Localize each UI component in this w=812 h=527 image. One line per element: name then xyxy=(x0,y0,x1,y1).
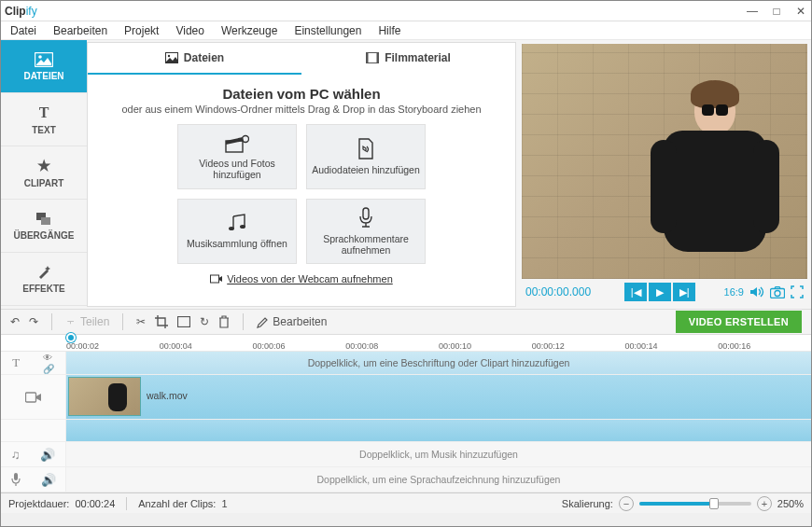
crop-button[interactable] xyxy=(155,315,168,328)
voice-hint: Doppelklick, um eine Sprachaufzeichnung … xyxy=(66,467,811,492)
music-icon xyxy=(226,214,248,234)
add-audio-button[interactable]: Audiodateien hinzufügen xyxy=(306,124,426,189)
menu-video[interactable]: Video xyxy=(175,24,203,37)
text-track-icon: T xyxy=(12,355,20,370)
media-title: Dateien vom PC wählen xyxy=(222,86,380,102)
delete-button[interactable] xyxy=(218,315,230,328)
sidebar-dateien[interactable]: DATEIEN xyxy=(1,40,87,93)
mic-track-icon xyxy=(10,472,21,487)
mute-icon[interactable]: 🔊 xyxy=(40,448,55,462)
video-track[interactable]: walk.mov xyxy=(1,375,811,420)
svg-rect-3 xyxy=(41,217,50,225)
fullscreen-icon[interactable] xyxy=(791,285,804,298)
record-voice-button[interactable]: Sprachkommentare aufnehmen xyxy=(306,199,426,264)
menu-datei[interactable]: Datei xyxy=(10,24,36,37)
timeline-ruler[interactable]: 00:00:0200:00:0400:00:0600:00:0800:00:10… xyxy=(1,335,811,352)
window-controls: — □ ✕ xyxy=(746,5,807,18)
record-webcam-link[interactable]: Videos von der Webcam aufnehmen xyxy=(210,273,393,284)
prev-frame-button[interactable]: |◀ xyxy=(624,283,647,301)
edit-button[interactable]: Bearbeiten xyxy=(257,315,327,328)
app-logo: Clipify xyxy=(5,5,37,18)
clip-name: walk.mov xyxy=(147,390,188,401)
preview-video[interactable] xyxy=(522,44,807,279)
add-videos-photos-button[interactable]: Videos und Fotos hinzufügen xyxy=(177,124,297,189)
wand-icon xyxy=(36,265,51,280)
music-hint: Doppelklick, um Musik hinzuzufügen xyxy=(66,442,811,466)
statusbar: Projektdauer: 00:00:24 Anzahl der Clips:… xyxy=(1,492,811,513)
cut-button[interactable]: ✂ xyxy=(136,315,146,328)
svg-rect-13 xyxy=(363,208,369,219)
snapshot-icon[interactable] xyxy=(770,286,785,298)
sidebar-label: ÜBERGÄNGE xyxy=(13,230,74,241)
star-icon: ★ xyxy=(37,157,50,174)
sidebar-clipart[interactable]: ★ CLIPART xyxy=(1,146,87,200)
tab-dateien[interactable]: Dateien xyxy=(88,43,301,75)
aspect-ratio[interactable]: 16:9 xyxy=(724,286,744,298)
scale-label: Skalierung: xyxy=(562,498,613,509)
maximize-button[interactable]: □ xyxy=(770,5,783,18)
video-track-icon xyxy=(25,391,42,404)
rotate-button[interactable]: ↻ xyxy=(200,315,209,328)
tile-label: Audiodateien hinzufügen xyxy=(312,164,420,175)
pencil-icon xyxy=(257,316,269,328)
timecode: 00:00:00.000 xyxy=(525,285,591,298)
svg-rect-19 xyxy=(14,473,18,480)
svg-rect-18 xyxy=(25,393,35,402)
video-track-bar[interactable] xyxy=(1,420,811,442)
sidebar-text[interactable]: T TEXT xyxy=(1,93,87,146)
voice-track[interactable]: 🔊 Doppelklick, um eine Sprachaufzeichnun… xyxy=(1,467,811,492)
menu-werkzeuge[interactable]: Werkzeuge xyxy=(221,24,277,37)
clips-label: Anzahl der Clips: xyxy=(138,498,216,509)
svg-point-5 xyxy=(168,55,170,57)
svg-rect-7 xyxy=(367,53,369,63)
svg-point-1 xyxy=(38,55,42,59)
split-button[interactable]: ⫟ Teilen xyxy=(65,315,109,328)
close-button[interactable]: ✕ xyxy=(794,5,807,18)
svg-point-16 xyxy=(775,290,780,296)
caption-track[interactable]: T 👁🔗 Doppelklick, um eine Beschriftung o… xyxy=(1,352,811,375)
svg-point-10 xyxy=(243,136,249,143)
caption-hint: Doppelklick, um eine Beschriftung oder C… xyxy=(66,352,811,374)
volume-icon[interactable] xyxy=(749,285,764,298)
tab-label: Dateien xyxy=(184,51,224,64)
next-frame-button[interactable]: ▶| xyxy=(673,283,695,301)
mic-icon xyxy=(357,207,375,229)
open-music-button[interactable]: Musiksammlung öffnen xyxy=(177,199,297,264)
clips-value: 1 xyxy=(221,498,227,509)
sidebar-uebergaenge[interactable]: ÜBERGÄNGE xyxy=(1,200,87,253)
svg-rect-8 xyxy=(377,53,379,63)
sidebar-effekte[interactable]: EFFEKTE xyxy=(1,253,87,306)
minimize-button[interactable]: — xyxy=(746,5,759,18)
webcam-label: Videos von der Webcam aufnehmen xyxy=(227,273,393,284)
zoom-slider[interactable] xyxy=(639,502,751,506)
layers-icon xyxy=(35,212,52,227)
video-clip[interactable] xyxy=(68,377,141,416)
menu-projekt[interactable]: Projekt xyxy=(124,24,159,37)
webcam-icon xyxy=(210,273,223,284)
menu-einstellungen[interactable]: Einstellungen xyxy=(294,24,361,37)
tile-label: Musiksammlung öffnen xyxy=(187,238,287,249)
preview-pane: 00:00:00.000 |◀ ▶ ▶| 16:9 xyxy=(518,40,811,309)
media-subtitle: oder aus einem Windows-Ordner mittels Dr… xyxy=(121,104,481,115)
redo-button[interactable]: ↷ xyxy=(29,315,38,328)
playhead[interactable] xyxy=(66,333,76,342)
sidebar-label: TEXT xyxy=(32,125,56,135)
undo-button[interactable]: ↶ xyxy=(10,315,20,328)
visibility-icon[interactable]: 👁🔗 xyxy=(43,353,54,374)
duration-value: 00:00:24 xyxy=(75,498,115,509)
zoom-in-button[interactable]: + xyxy=(757,496,772,511)
tab-filmmaterial[interactable]: Filmmaterial xyxy=(301,43,515,75)
frame-button[interactable] xyxy=(177,316,190,327)
play-button[interactable]: ▶ xyxy=(649,283,671,301)
mute-icon[interactable]: 🔊 xyxy=(41,473,56,487)
music-track[interactable]: ♫ 🔊 Doppelklick, um Musik hinzuzufügen xyxy=(1,442,811,467)
create-video-button[interactable]: VIDEO ERSTELLEN xyxy=(676,311,802,333)
menu-hilfe[interactable]: Hilfe xyxy=(378,24,400,37)
tile-label: Videos und Fotos hinzufügen xyxy=(182,158,292,180)
tab-label: Filmmaterial xyxy=(385,51,451,64)
svg-rect-14 xyxy=(211,275,219,283)
zoom-out-button[interactable]: − xyxy=(619,496,634,511)
files-icon xyxy=(165,52,178,63)
image-icon xyxy=(35,52,53,67)
menu-bearbeiten[interactable]: Bearbeiten xyxy=(53,24,107,37)
